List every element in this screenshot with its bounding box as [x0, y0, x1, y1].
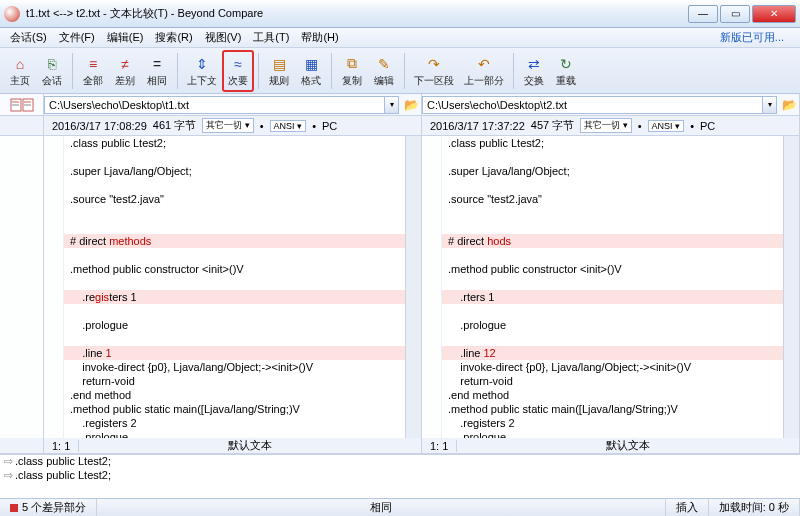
app-icon: [4, 6, 20, 22]
code-line[interactable]: .source "test2.java": [442, 192, 783, 206]
menu-tools[interactable]: 工具(T): [247, 28, 295, 47]
code-line[interactable]: .registers 2: [442, 416, 783, 430]
code-line[interactable]: [64, 150, 405, 164]
code-line[interactable]: ⇨ .line 12: [442, 346, 783, 360]
menu-edit[interactable]: 编辑(E): [101, 28, 150, 47]
code-line[interactable]: return-void: [64, 374, 405, 388]
left-path-input[interactable]: [44, 96, 385, 114]
home-button[interactable]: ⌂主页: [4, 51, 36, 91]
right-path-dropdown[interactable]: ▾: [763, 96, 777, 114]
copy-button[interactable]: ⧉复制: [336, 51, 368, 91]
code-line[interactable]: ⇨ .line 1: [64, 346, 405, 360]
new-version-link[interactable]: 新版已可用...: [714, 28, 790, 47]
code-line[interactable]: invoke-direct {p0}, Ljava/lang/Object;->…: [64, 360, 405, 374]
session-button[interactable]: ⎘会话: [36, 51, 68, 91]
right-filter-dropdown[interactable]: 其它一切 ▾: [580, 118, 632, 133]
code-line[interactable]: [442, 304, 783, 318]
right-encoding-dropdown[interactable]: ANSI ▾: [648, 120, 685, 132]
left-filter-dropdown[interactable]: 其它一切 ▾: [202, 118, 254, 133]
menu-file[interactable]: 文件(F): [53, 28, 101, 47]
code-line[interactable]: [64, 178, 405, 192]
code-line[interactable]: .end method: [64, 388, 405, 402]
prev-section-button[interactable]: ↶上一部分: [459, 51, 509, 91]
all-icon: ≡: [89, 54, 97, 74]
format-button[interactable]: ▦格式: [295, 51, 327, 91]
code-line[interactable]: .end method: [442, 388, 783, 402]
left-encoding-dropdown[interactable]: ANSI ▾: [270, 120, 307, 132]
left-cursor-pos: 1: 1: [44, 440, 79, 452]
left-code[interactable]: .class public Ltest2;.super Ljava/lang/O…: [64, 136, 405, 454]
code-line[interactable]: .method public constructor <init>()V: [64, 262, 405, 276]
left-date: 2016/3/17 17:08:29: [52, 120, 147, 132]
code-line[interactable]: .class public Ltest2;: [64, 136, 405, 150]
minor-icon: ≈: [234, 54, 242, 74]
reload-button[interactable]: ↻重载: [550, 51, 582, 91]
position-strip: 1: 1默认文本 1: 1默认文本: [0, 438, 800, 454]
right-path-input[interactable]: [422, 96, 763, 114]
code-line[interactable]: .source "test2.java": [64, 192, 405, 206]
menu-view[interactable]: 视图(V): [199, 28, 248, 47]
code-line[interactable]: [64, 304, 405, 318]
code-line[interactable]: [442, 150, 783, 164]
swap-button[interactable]: ⇄交换: [518, 51, 550, 91]
code-line[interactable]: [442, 248, 783, 262]
code-line[interactable]: .registers 2: [64, 416, 405, 430]
right-scrollbar[interactable]: [783, 136, 799, 454]
right-code[interactable]: .class public Ltest2;.super Ljava/lang/O…: [442, 136, 783, 454]
minimize-button[interactable]: —: [688, 5, 718, 23]
merge-line-1: ⇨.class public Ltest2;: [0, 455, 800, 469]
status-diffs: 5 个差异部分: [0, 499, 97, 516]
code-line[interactable]: .method public constructor <init>()V: [442, 262, 783, 276]
code-line[interactable]: [64, 220, 405, 234]
status-same: 相同: [97, 499, 666, 516]
left-scrollbar[interactable]: [405, 136, 421, 454]
context-button[interactable]: ⇕上下文: [182, 51, 222, 91]
code-line[interactable]: [442, 178, 783, 192]
left-path-dropdown[interactable]: ▾: [385, 96, 399, 114]
all-button[interactable]: ≡全部: [77, 51, 109, 91]
left-open-button[interactable]: 📂: [401, 96, 421, 114]
edit-button[interactable]: ✎编辑: [368, 51, 400, 91]
menu-search[interactable]: 搜索(R): [149, 28, 198, 47]
code-line[interactable]: [64, 276, 405, 290]
code-line[interactable]: .method public static main([Ljava/lang/S…: [442, 402, 783, 416]
menu-session[interactable]: 会话(S): [4, 28, 53, 47]
code-line[interactable]: .class public Ltest2;: [442, 136, 783, 150]
code-line[interactable]: [64, 248, 405, 262]
maximize-button[interactable]: ▭: [720, 5, 750, 23]
session-icon: ⎘: [48, 54, 56, 74]
code-line[interactable]: [64, 206, 405, 220]
code-line[interactable]: .prologue: [442, 318, 783, 332]
overview-icon: [10, 98, 34, 112]
code-line[interactable]: ⇨ .registers 1: [64, 290, 405, 304]
code-line[interactable]: .method public static main([Ljava/lang/S…: [64, 402, 405, 416]
path-row: ▾ 📂 ▾ 📂: [0, 94, 800, 116]
code-line[interactable]: [442, 206, 783, 220]
overview-gutter[interactable]: [0, 136, 44, 454]
toolbar: ⌂主页 ⎘会话 ≡全部 ≠差别 =相同 ⇕上下文 ≈次要 ▤规则 ▦格式 ⧉复制…: [0, 48, 800, 94]
context-icon: ⇕: [196, 54, 208, 74]
status-loadtime: 加载时间: 0 秒: [709, 499, 800, 516]
same-icon: =: [153, 54, 161, 74]
code-line[interactable]: ⇨# direct methods: [64, 234, 405, 248]
code-line[interactable]: [442, 332, 783, 346]
next-section-button[interactable]: ↷下一区段: [409, 51, 459, 91]
rules-button[interactable]: ▤规则: [263, 51, 295, 91]
menu-help[interactable]: 帮助(H): [295, 28, 344, 47]
code-line[interactable]: .prologue: [64, 318, 405, 332]
code-line[interactable]: ⇨# direct hods: [442, 234, 783, 248]
code-line[interactable]: ⇨ .rters 1: [442, 290, 783, 304]
same-button[interactable]: =相同: [141, 51, 173, 91]
titlebar: t1.txt <--> t2.txt - 文本比较(T) - Beyond Co…: [0, 0, 800, 28]
code-line[interactable]: [64, 332, 405, 346]
close-button[interactable]: ✕: [752, 5, 796, 23]
code-line[interactable]: invoke-direct {p0}, Ljava/lang/Object;->…: [442, 360, 783, 374]
right-open-button[interactable]: 📂: [779, 96, 799, 114]
code-line[interactable]: [442, 276, 783, 290]
code-line[interactable]: [442, 220, 783, 234]
code-line[interactable]: return-void: [442, 374, 783, 388]
code-line[interactable]: .super Ljava/lang/Object;: [64, 164, 405, 178]
code-line[interactable]: .super Ljava/lang/Object;: [442, 164, 783, 178]
minor-button[interactable]: ≈次要: [222, 50, 254, 92]
diff-button[interactable]: ≠差别: [109, 51, 141, 91]
